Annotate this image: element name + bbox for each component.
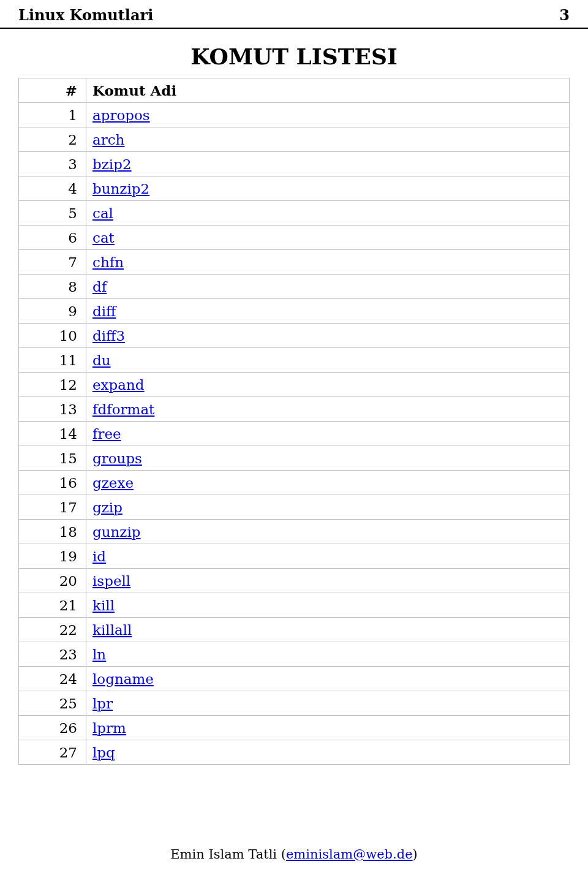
table-row: 18gunzip — [19, 520, 570, 544]
table-row: 23ln — [19, 642, 570, 667]
command-link[interactable]: gzip — [92, 499, 123, 515]
cell-command: apropos — [86, 103, 570, 127]
cell-command: gunzip — [86, 520, 570, 544]
cell-index: 13 — [19, 397, 86, 422]
command-link[interactable]: lprm — [92, 720, 126, 736]
table-row: 25lpr — [19, 691, 570, 716]
table-row: 1apropos — [19, 103, 570, 127]
cell-index: 8 — [19, 275, 86, 299]
command-link[interactable]: free — [92, 426, 121, 442]
table-row: 20ispell — [19, 569, 570, 593]
cell-index: 9 — [19, 299, 86, 324]
command-link[interactable]: killall — [92, 622, 132, 638]
cell-index: 24 — [19, 667, 86, 691]
cell-command: free — [86, 422, 570, 446]
cell-command: logname — [86, 667, 570, 691]
command-link[interactable]: fdformat — [92, 401, 154, 417]
table-row: 15groups — [19, 446, 570, 471]
command-link[interactable]: lpq — [92, 745, 115, 761]
table-row: 27lpq — [19, 740, 570, 765]
command-link[interactable]: gzexe — [92, 475, 134, 491]
cell-command: bzip2 — [86, 152, 570, 176]
cell-command: fdformat — [86, 397, 570, 422]
cell-index: 1 — [19, 103, 86, 127]
table-row: 6cat — [19, 226, 570, 250]
command-link[interactable]: diff — [92, 303, 116, 319]
page-header: Linux Komutlari 3 — [0, 0, 588, 29]
cell-index: 7 — [19, 250, 86, 275]
cell-index: 21 — [19, 593, 86, 618]
cell-command: killall — [86, 618, 570, 642]
table-row: 19id — [19, 544, 570, 569]
cell-command: diff3 — [86, 324, 570, 348]
command-link[interactable]: lpr — [92, 696, 113, 711]
command-link[interactable]: bzip2 — [92, 156, 132, 172]
command-link[interactable]: chfn — [92, 254, 124, 270]
command-link[interactable]: cat — [92, 230, 115, 246]
command-link[interactable]: gunzip — [92, 524, 141, 540]
cell-command: df — [86, 275, 570, 299]
cell-index: 5 — [19, 201, 86, 226]
command-link[interactable]: ispell — [92, 573, 130, 589]
table-row: 2arch — [19, 127, 570, 152]
table-row: 16gzexe — [19, 471, 570, 495]
cell-index: 6 — [19, 226, 86, 250]
command-link[interactable]: du — [92, 352, 111, 368]
cell-index: 19 — [19, 544, 86, 569]
cell-command: cal — [86, 201, 570, 226]
command-link[interactable]: df — [92, 279, 107, 295]
cell-command: diff — [86, 299, 570, 324]
command-link[interactable]: logname — [92, 671, 154, 687]
cell-command: lpq — [86, 740, 570, 765]
header-title: Linux Komutlari — [18, 6, 153, 24]
col-header-name: Komut Adi — [86, 78, 570, 103]
cell-index: 20 — [19, 569, 86, 593]
command-link[interactable]: cal — [92, 205, 113, 221]
table-row: 26lprm — [19, 716, 570, 740]
cell-index: 2 — [19, 127, 86, 152]
command-link[interactable]: groups — [92, 450, 142, 466]
table-row: 13fdformat — [19, 397, 570, 422]
table-row: 14free — [19, 422, 570, 446]
command-link[interactable]: id — [92, 548, 106, 564]
command-link[interactable]: diff3 — [92, 328, 125, 344]
cell-index: 10 — [19, 324, 86, 348]
footer-email-link[interactable]: eminislam@web.de — [286, 847, 413, 862]
table-row: 17gzip — [19, 495, 570, 520]
table-row: 8df — [19, 275, 570, 299]
cell-command: arch — [86, 127, 570, 152]
cell-command: ispell — [86, 569, 570, 593]
cell-command: gzexe — [86, 471, 570, 495]
cell-index: 4 — [19, 176, 86, 201]
cell-index: 27 — [19, 740, 86, 765]
cell-command: expand — [86, 373, 570, 397]
cell-index: 12 — [19, 373, 86, 397]
col-header-index: # — [19, 78, 86, 103]
table-row: 4bunzip2 — [19, 176, 570, 201]
table-row: 12expand — [19, 373, 570, 397]
command-link[interactable]: kill — [92, 597, 115, 613]
cell-command: groups — [86, 446, 570, 471]
cell-command: kill — [86, 593, 570, 618]
command-link[interactable]: arch — [92, 132, 124, 148]
cell-command: ln — [86, 642, 570, 667]
cell-index: 16 — [19, 471, 86, 495]
table-row: 5cal — [19, 201, 570, 226]
command-link[interactable]: bunzip2 — [92, 181, 149, 197]
cell-index: 11 — [19, 348, 86, 373]
cell-command: gzip — [86, 495, 570, 520]
command-link[interactable]: expand — [92, 377, 145, 393]
cell-index: 25 — [19, 691, 86, 716]
cell-command: id — [86, 544, 570, 569]
cell-command: cat — [86, 226, 570, 250]
table-row: 3bzip2 — [19, 152, 570, 176]
cell-command: chfn — [86, 250, 570, 275]
table-row: 7chfn — [19, 250, 570, 275]
command-link[interactable]: apropos — [92, 107, 150, 123]
command-link[interactable]: ln — [92, 647, 106, 662]
cell-command: lpr — [86, 691, 570, 716]
cell-index: 3 — [19, 152, 86, 176]
cell-index: 18 — [19, 520, 86, 544]
table-row: 24logname — [19, 667, 570, 691]
command-table: # Komut Adi 1apropos2arch3bzip24bunzip25… — [18, 78, 570, 765]
